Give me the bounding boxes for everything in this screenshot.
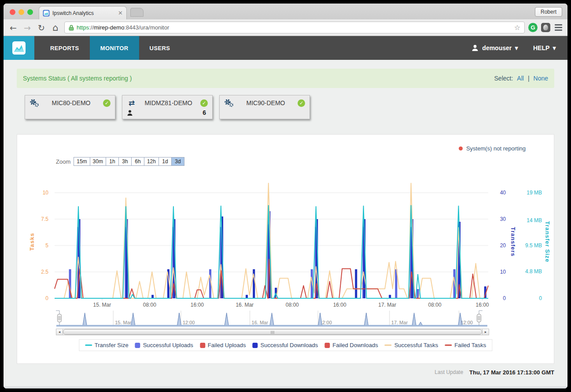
- legend-swatch-icon: [253, 343, 258, 348]
- legend-item-failed-tasks[interactable]: Failed Tasks: [445, 342, 486, 348]
- chevron-down-icon: ▼: [515, 46, 518, 51]
- successful-downloads-bars: [151, 295, 154, 298]
- grammarly-extension-icon[interactable]: G: [528, 23, 538, 32]
- help-label: HELP: [533, 44, 549, 51]
- system-name: MIC80-DEMO: [43, 99, 99, 106]
- chevron-down-icon: ▼: [553, 46, 556, 51]
- systems-status-bar: Systems Status ( All systems reporting )…: [17, 69, 554, 88]
- x-axis-label: 17. Mar: [378, 302, 396, 308]
- select-label: Select:: [494, 75, 513, 82]
- user-menu[interactable]: demouser ▼: [471, 44, 518, 52]
- navigator-left-handle[interactable]: [58, 314, 62, 322]
- legend-item-successful-uploads[interactable]: Successful Uploads: [135, 342, 193, 348]
- nav-tab-monitor[interactable]: MONITOR: [90, 36, 139, 60]
- legend-item-successful-tasks[interactable]: Successful Tasks: [385, 342, 438, 348]
- size-axis-label: 19 MB: [527, 190, 542, 196]
- back-icon[interactable]: ←: [8, 23, 18, 33]
- app-navbar: REPORTSMONITORUSERS demouser ▼ HELP ▼: [4, 36, 567, 60]
- zoom-button-30m[interactable]: 30m: [90, 157, 106, 166]
- scrollbar-thumb[interactable]: [63, 329, 482, 335]
- legend-swatch-icon: [200, 343, 205, 348]
- zoom-buttons: 15m30m1h3h6h12h1d3d: [74, 157, 184, 166]
- not-reporting-legend: System(s) not reporting: [459, 145, 526, 152]
- analytics-logo-icon: [11, 40, 27, 56]
- system-card-mic80[interactable]: MIC80-DEMO ✓: [25, 95, 115, 119]
- legend-item-successful-downloads[interactable]: Successful Downloads: [253, 342, 318, 348]
- extension-icon[interactable]: [541, 23, 550, 32]
- tasks-axis-title: Tasks: [29, 233, 35, 251]
- x-axis-label: 16:00: [333, 302, 346, 308]
- zoom-button-1h[interactable]: 1h: [106, 157, 119, 166]
- legend-item-failed-downloads[interactable]: Failed Downloads: [324, 342, 378, 348]
- zoom-button-3d[interactable]: 3d: [171, 157, 184, 166]
- tab-close-icon[interactable]: ✕: [118, 10, 123, 16]
- handle-grip: [58, 314, 62, 322]
- app-logo[interactable]: [4, 36, 34, 60]
- monitor-chart-panel: System(s) not reporting Zoom 15m30m1h3h6…: [17, 134, 554, 364]
- nav-tab-users[interactable]: USERS: [139, 36, 181, 60]
- zoom-window-button[interactable]: [27, 9, 33, 15]
- home-icon[interactable]: ⌂: [50, 22, 61, 33]
- navigator-label: 16. Mar: [252, 320, 269, 325]
- transfers-axis-label: 0: [503, 295, 506, 301]
- system-card-midmz81[interactable]: ⇄ MIDMZ81-DEMO ✓ 6: [122, 95, 213, 119]
- scroll-right-icon[interactable]: ▸: [482, 329, 489, 335]
- legend-item-failed-uploads[interactable]: Failed Uploads: [200, 342, 246, 348]
- legend-swatch-icon: [385, 344, 392, 346]
- successful-downloads-bars: [355, 269, 357, 298]
- new-tab-button[interactable]: [130, 8, 144, 17]
- minimize-window-button[interactable]: [18, 9, 24, 15]
- select-separator: |: [528, 75, 530, 82]
- system-card-mic90[interactable]: MIC90-DEMO ✓: [219, 95, 310, 119]
- select-none-link[interactable]: None: [534, 75, 548, 82]
- appnav-right: demouser ▼ HELP ▼: [471, 36, 567, 60]
- size-axis-label: 0: [539, 295, 542, 301]
- x-axis-label: 16. Mar: [236, 302, 254, 308]
- lock-icon: [69, 25, 74, 31]
- legend-swatch-icon: [445, 344, 452, 346]
- screen: Ipswitch Analytics ✕ Robert ← → ↻ ⌂ http…: [0, 0, 571, 392]
- transfers-axis-label: 30: [500, 216, 506, 222]
- nav-tab-reports[interactable]: REPORTS: [40, 36, 90, 60]
- url-text: https://mirep-demo:8443/ura/monitor: [77, 24, 169, 31]
- browser-tab[interactable]: Ipswitch Analytics ✕: [39, 6, 127, 19]
- help-menu[interactable]: HELP ▼: [533, 44, 556, 51]
- bookmark-star-icon[interactable]: ☆: [514, 23, 520, 32]
- browser-profile-button[interactable]: Robert: [535, 7, 562, 17]
- systems-status-title: Systems Status ( All systems reporting ): [23, 75, 132, 82]
- reload-icon[interactable]: ↻: [36, 23, 47, 33]
- browser-menu-icon[interactable]: [554, 23, 563, 32]
- close-window-button[interactable]: [10, 9, 15, 15]
- window-controls: [10, 9, 33, 15]
- zoom-button-3h[interactable]: 3h: [118, 157, 132, 166]
- zoom-button-1d[interactable]: 1d: [158, 157, 172, 166]
- navigator-baseline: [56, 325, 487, 327]
- navigator-label: 15. Mar: [115, 320, 132, 325]
- user-icon: [471, 44, 479, 52]
- tasks-axis-label: 0: [45, 295, 48, 301]
- zoom-button-15m[interactable]: 15m: [74, 157, 90, 166]
- legend-item-transfer-size[interactable]: Transfer Size: [85, 342, 129, 348]
- successful-downloads-bars: [253, 269, 255, 298]
- chart-scrollbar[interactable]: ◂ ▸: [56, 329, 489, 335]
- tab-strip: Ipswitch Analytics ✕ Robert: [4, 4, 567, 19]
- navigator-right-handle[interactable]: [477, 314, 481, 322]
- status-ok-icon: ✓: [200, 99, 208, 107]
- zoom-button-12h[interactable]: 12h: [144, 157, 159, 166]
- scroll-left-icon[interactable]: ◂: [56, 329, 63, 335]
- legend-swatch-icon: [85, 344, 92, 346]
- chart-legend: Transfer SizeSuccessful UploadsFailed Up…: [79, 339, 492, 351]
- url-bar[interactable]: https://mirep-demo:8443/ura/monitor ☆: [64, 22, 525, 33]
- system-name: MIC90-DEMO: [237, 99, 294, 106]
- gears-icon: [224, 99, 234, 107]
- legend-swatch-icon: [324, 343, 330, 348]
- forward-icon[interactable]: →: [22, 23, 33, 33]
- navigator-svg: 15. Mar12:0016. Mar12:0017. Mar12:00: [17, 310, 562, 330]
- footer: Last Update Thu, 17 Mar 2016 17:13:00 GM…: [17, 366, 554, 378]
- not-reporting-dot-icon: [459, 147, 463, 150]
- system-cards: MIC80-DEMO ✓ ⇄ MIDMZ81-DEMO ✓ 6: [25, 95, 546, 119]
- person-icon: [127, 110, 133, 116]
- select-all-link[interactable]: All: [517, 75, 524, 82]
- status-ok-icon: ✓: [298, 99, 305, 107]
- zoom-button-6h[interactable]: 6h: [131, 157, 144, 166]
